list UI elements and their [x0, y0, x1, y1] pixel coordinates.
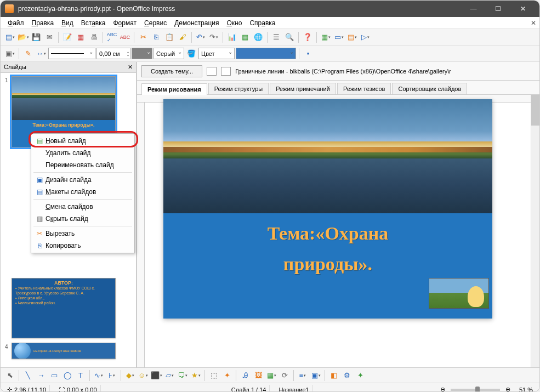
spellcheck-button[interactable]: ABC✓ — [106, 31, 118, 43]
slide-canvas[interactable]: Тема:«Охрана природы». — [163, 99, 492, 319]
pdf-export-button[interactable]: ▦ — [75, 31, 87, 43]
rect-tool[interactable]: ▭ — [48, 370, 60, 382]
maximize-button[interactable]: ☐ — [486, 1, 510, 17]
extrusion-tool[interactable]: ◧ — [328, 370, 340, 382]
slide-thumb-3[interactable]: АВТОР: • Учитель начальных классов ФМОУ … — [4, 278, 133, 338]
curve-tool[interactable]: ∿ — [93, 370, 105, 382]
fill-type-combo[interactable]: Цвет — [198, 48, 235, 59]
slide-design-button[interactable]: ▤ — [346, 31, 358, 43]
shadow-button[interactable]: ▪ — [302, 48, 314, 60]
tab-handout[interactable]: Режим тезисов — [337, 83, 391, 94]
zoom-out-icon[interactable]: ⊖ — [440, 386, 445, 392]
vertical-scrollbar[interactable] — [531, 95, 539, 367]
menu-help[interactable]: Справка — [246, 18, 279, 28]
ctx-design[interactable]: ▣Дизайн слайда — [31, 174, 134, 186]
table-button[interactable]: ▦ — [239, 31, 251, 43]
panel-close-icon[interactable]: ✕ — [128, 64, 133, 71]
arrow-style-button[interactable]: ↔ — [35, 48, 47, 60]
menu-window[interactable]: Окно — [223, 18, 246, 28]
basic-shapes-tool[interactable]: ◆ — [124, 370, 136, 382]
gallery-list-view[interactable] — [221, 67, 231, 76]
fill-button[interactable]: 🪣 — [185, 48, 197, 60]
email-button[interactable]: ✉ — [43, 31, 55, 43]
callouts-tool[interactable]: 🗨 — [177, 370, 189, 382]
grid-button[interactable]: ▦ — [320, 31, 332, 43]
menu-demo[interactable]: Демонстрация — [170, 18, 223, 28]
zoom-slider[interactable] — [451, 389, 500, 391]
slide-thumb-4[interactable]: 4 Смотрим на глобус наш земной — [4, 343, 133, 359]
glue-tool[interactable]: ✦ — [221, 370, 233, 382]
line-style-combo[interactable] — [48, 48, 95, 59]
menu-tools[interactable]: Сервис — [140, 18, 170, 28]
points-tool[interactable]: ⬚ — [208, 370, 220, 382]
ctx-transition[interactable]: Смена слайдов — [31, 201, 134, 213]
cut-button[interactable]: ✂ — [137, 31, 149, 43]
gallery-tool[interactable]: ▦ — [265, 370, 277, 382]
doc-close-icon[interactable]: ✕ — [531, 19, 536, 27]
ellipse-tool[interactable]: ◯ — [61, 370, 73, 382]
print-button[interactable]: 🖶 — [88, 31, 100, 43]
save-button[interactable]: 💾 — [30, 31, 42, 43]
gallery-icons-view[interactable] — [207, 67, 217, 76]
menu-view[interactable]: Вид — [58, 18, 77, 28]
help-button[interactable]: ❓ — [302, 31, 314, 43]
edit-file-button[interactable]: 📝 — [61, 31, 73, 43]
fontwork-tool[interactable]: Ꭿ — [239, 370, 251, 382]
menu-format[interactable]: Формат — [109, 18, 140, 28]
arrange-tool[interactable]: ▣ — [310, 370, 322, 382]
align-tool[interactable]: ≡ — [297, 370, 309, 382]
hyperlink-button[interactable]: 🌐 — [252, 31, 264, 43]
display-button[interactable]: ▭ — [333, 31, 345, 43]
format-paint-button[interactable]: 🖌 — [177, 31, 189, 43]
symbol-shapes-tool[interactable]: ☺ — [137, 370, 149, 382]
paste-button[interactable]: 📋 — [163, 31, 175, 43]
ctx-cut[interactable]: ✂Вырезать — [31, 228, 134, 240]
tab-drawing[interactable]: Режим рисования — [141, 83, 207, 95]
create-theme-button[interactable]: Создать тему... — [141, 65, 202, 77]
arrow-tool[interactable]: → — [35, 370, 47, 382]
select-tool[interactable]: ⬉ — [4, 370, 16, 382]
ctx-new-slide[interactable]: ▤Новый слайд — [31, 135, 134, 147]
copy-button[interactable]: ⎘ — [150, 31, 162, 43]
rotate-tool[interactable]: ⟳ — [278, 370, 291, 382]
tab-sorter[interactable]: Сортировщик слайдов — [392, 83, 467, 94]
menu-file[interactable]: Файл — [4, 18, 28, 28]
interaction-tool[interactable]: ⚙ — [341, 370, 353, 382]
tab-outline[interactable]: Режим структуры — [208, 83, 269, 94]
slideshow-button[interactable]: ▷ — [359, 31, 371, 43]
autospell-button[interactable]: ABC — [119, 31, 131, 43]
animation-tool[interactable]: ✦ — [354, 370, 366, 382]
line-tool[interactable]: ╲ — [22, 370, 34, 382]
fill-color-combo[interactable] — [236, 48, 296, 59]
flowchart-tool[interactable]: ▱ — [163, 370, 175, 382]
minimize-button[interactable]: — — [461, 1, 486, 17]
open-button[interactable]: 📂 — [17, 31, 29, 43]
menu-insert[interactable]: Вставка — [77, 18, 110, 28]
tab-notes[interactable]: Режим примечаний — [270, 83, 336, 94]
ctx-hide[interactable]: ▥Скрыть слайд — [31, 213, 134, 225]
redo-button[interactable]: ↷ — [208, 31, 220, 43]
stars-tool[interactable]: ★ — [190, 370, 202, 382]
close-button[interactable]: ✕ — [510, 1, 535, 17]
zoom-button[interactable]: 🔍 — [283, 31, 295, 43]
block-arrows-tool[interactable]: ⬛ — [150, 370, 162, 382]
canvas-area[interactable]: Тема:«Охрана природы». — [137, 95, 539, 367]
ctx-layouts[interactable]: ▤Макеты слайдов — [31, 186, 134, 198]
text-tool[interactable]: T — [75, 370, 87, 382]
navigator-button[interactable]: ☰ — [270, 31, 282, 43]
line-color-picker[interactable] — [132, 48, 152, 59]
ctx-delete-slide[interactable]: Удалить слайд — [31, 147, 134, 159]
chart-button[interactable]: 📊 — [226, 31, 238, 43]
from-file-tool[interactable]: 🖼 — [252, 370, 264, 382]
undo-button[interactable]: ↶ — [195, 31, 207, 43]
ctx-rename-slide[interactable]: Переименовать слайд — [31, 159, 134, 171]
zoom-value[interactable]: 51 % — [516, 385, 536, 393]
connector-tool[interactable]: ⊦ — [106, 370, 118, 382]
line-style-button[interactable]: ✎ — [22, 48, 34, 60]
color-name-combo[interactable]: Серый — [154, 48, 184, 59]
ctx-copy[interactable]: ⎘Копировать — [31, 240, 134, 252]
line-width-spinner[interactable]: 0,00 см — [96, 48, 130, 59]
arrange-button[interactable]: ▣ — [4, 48, 16, 60]
zoom-in-icon[interactable]: ⊕ — [505, 386, 510, 392]
menu-edit[interactable]: Правка — [28, 18, 58, 28]
